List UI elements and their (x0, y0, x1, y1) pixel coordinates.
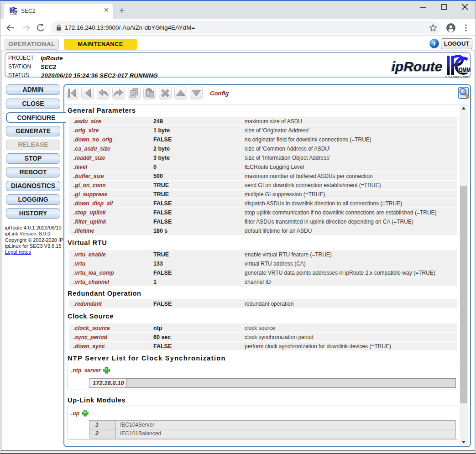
svg-text:IPCOMM GmbH: IPCOMM GmbH (445, 75, 470, 79)
svg-text:OMM: OMM (459, 66, 471, 73)
svg-text:OMM: OMM (14, 10, 17, 13)
svg-text:i: i (434, 41, 435, 47)
svg-text:IPCOMM GmbH: IPCOMM GmbH (10, 14, 18, 16)
